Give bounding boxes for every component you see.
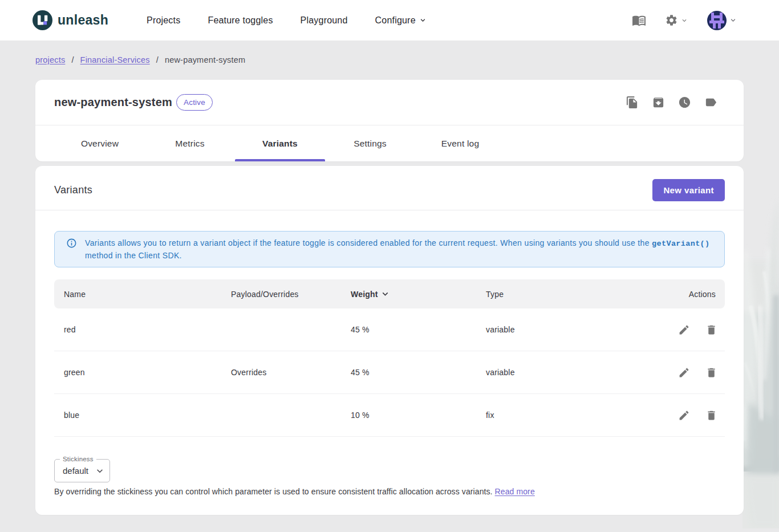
tab-variants[interactable]: Variants xyxy=(235,125,325,161)
info-alert-text: Variants allows you to return a variant … xyxy=(85,237,710,261)
edit-variant-button[interactable] xyxy=(673,362,694,383)
documentation-button[interactable] xyxy=(632,13,646,27)
pencil-icon xyxy=(678,324,690,336)
variant-type: variable xyxy=(476,368,647,377)
variant-type: variable xyxy=(476,325,647,334)
column-header-type[interactable]: Type xyxy=(476,290,647,299)
chevron-down-icon xyxy=(94,465,106,477)
chevron-down-icon xyxy=(729,16,737,25)
table-row: green Overrides 45 % variable xyxy=(54,351,725,394)
new-variant-button[interactable]: New variant xyxy=(652,179,725,201)
tags-button[interactable] xyxy=(704,96,717,109)
feature-tabs: Overview Metrics Variants Settings Event… xyxy=(55,125,744,161)
tag-icon xyxy=(704,96,717,109)
avatar xyxy=(707,11,727,30)
settings-menu-button[interactable] xyxy=(665,14,688,27)
main-nav: Projects Feature toggles Playground Conf… xyxy=(147,15,427,26)
brand-name: unleash xyxy=(58,13,108,28)
table-row: red 45 % variable xyxy=(54,308,725,351)
variant-weight: 45 % xyxy=(341,325,476,334)
unleash-logo[interactable]: unleash xyxy=(33,10,108,30)
table-row: blue 10 % fix xyxy=(54,394,725,437)
column-header-actions: Actions xyxy=(647,290,725,299)
nav-configure[interactable]: Configure xyxy=(375,15,427,26)
archive-icon xyxy=(652,96,665,109)
delete-variant-button[interactable] xyxy=(701,319,721,340)
feature-title: new-payment-system xyxy=(54,96,172,109)
breadcrumb-projects[interactable]: projects xyxy=(35,55,65,64)
stickiness-select-label: Stickiness xyxy=(60,456,96,462)
trash-icon xyxy=(705,409,717,421)
book-icon xyxy=(632,13,646,27)
clock-icon xyxy=(678,96,691,109)
info-alert: Variants allows you to return a variant … xyxy=(54,231,725,267)
breadcrumb-project-name[interactable]: Financial-Services xyxy=(80,55,150,64)
variant-weight: 45 % xyxy=(341,368,476,377)
breadcrumb-separator: / xyxy=(156,55,159,64)
tab-event-log[interactable]: Event log xyxy=(415,125,505,161)
section-title: Variants xyxy=(54,184,92,196)
variants-table: Name Payload/Overrides Weight Type Actio… xyxy=(54,279,725,437)
user-menu-button[interactable] xyxy=(707,11,737,30)
variant-weight: 10 % xyxy=(341,411,476,420)
delete-variant-button[interactable] xyxy=(701,362,721,383)
pencil-icon xyxy=(678,367,690,379)
nav-projects[interactable]: Projects xyxy=(147,15,180,26)
sort-chevron-down-icon xyxy=(380,289,391,299)
table-header-row: Name Payload/Overrides Weight Type Actio… xyxy=(54,279,725,308)
column-header-weight[interactable]: Weight xyxy=(351,289,476,299)
variants-card: Variants New variant Variants allows you… xyxy=(35,166,744,515)
copy-icon xyxy=(626,96,639,109)
background-texture xyxy=(743,163,779,528)
variant-name: green xyxy=(54,368,221,377)
tab-metrics[interactable]: Metrics xyxy=(145,125,235,161)
stickiness-select-value: default xyxy=(63,466,88,476)
breadcrumb: projects / Financial-Services / new-paym… xyxy=(0,40,779,79)
breadcrumb-separator: / xyxy=(71,55,74,64)
variant-payload: Overrides xyxy=(221,368,341,377)
tab-overview[interactable]: Overview xyxy=(55,125,145,161)
edit-variant-button[interactable] xyxy=(673,319,694,340)
variant-name: red xyxy=(54,325,221,334)
breadcrumb-current: new-payment-system xyxy=(165,55,245,64)
tab-settings[interactable]: Settings xyxy=(325,125,415,161)
chevron-down-icon xyxy=(419,16,427,25)
gear-icon xyxy=(665,14,678,27)
column-header-name[interactable]: Name xyxy=(54,290,221,299)
status-badge: Active xyxy=(176,94,213,111)
edit-variant-button[interactable] xyxy=(673,405,694,425)
variant-type: fix xyxy=(476,411,647,420)
stale-toggle-button[interactable] xyxy=(678,96,691,109)
delete-variant-button[interactable] xyxy=(701,405,721,425)
column-header-payload[interactable]: Payload/Overrides xyxy=(221,290,341,299)
unleash-logo-icon xyxy=(33,10,52,30)
active-tab-indicator xyxy=(235,159,325,161)
info-icon xyxy=(66,238,77,249)
stickiness-select[interactable]: Stickiness default xyxy=(54,459,110,482)
code-snippet: getVariant() xyxy=(652,239,709,248)
copy-feature-button[interactable] xyxy=(626,96,639,109)
header-actions xyxy=(632,11,737,30)
trash-icon xyxy=(705,324,717,336)
app-header: unleash Projects Feature toggles Playgro… xyxy=(0,0,779,40)
nav-feature-toggles[interactable]: Feature toggles xyxy=(208,15,273,26)
feature-actions xyxy=(626,96,717,109)
trash-icon xyxy=(705,367,717,379)
pencil-icon xyxy=(678,409,690,421)
stickiness-helper-text: By overriding the stickiness you can con… xyxy=(54,487,725,496)
archive-feature-button[interactable] xyxy=(652,96,665,109)
nav-playground[interactable]: Playground xyxy=(301,15,348,26)
chevron-down-icon xyxy=(680,17,688,25)
feature-header-card: new-payment-system Active Overview Me xyxy=(35,80,744,161)
variant-name: blue xyxy=(54,411,221,420)
read-more-link[interactable]: Read more xyxy=(495,487,535,496)
card-divider xyxy=(35,210,744,210)
